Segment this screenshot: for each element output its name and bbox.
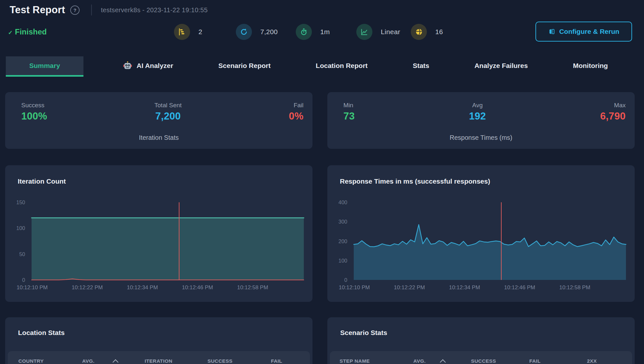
table-title: Location Stats: [18, 329, 65, 337]
tab-monitoring[interactable]: Monitoring: [567, 56, 613, 77]
stat-value: 6,790: [600, 110, 626, 122]
tab-label: Monitoring: [573, 62, 608, 70]
refresh-iterations-icon: [236, 24, 252, 40]
svg-text:10:12:34 PM: 10:12:34 PM: [127, 284, 158, 291]
iteration-stats-card: Success 100% Total Sent 7,200 Fail 0% It…: [5, 92, 312, 149]
stopwatch-duration-icon: [296, 24, 312, 40]
column-header-avg-ms[interactable]: AVG. (MS): [413, 358, 434, 364]
summary-cards-row: Success 100% Total Sent 7,200 Fail 0% It…: [5, 92, 635, 149]
topbar: Test Report ? testserverk8s - 2023-11-22…: [10, 3, 634, 17]
tab-label: Summary: [29, 62, 60, 70]
metric-value: 1m: [320, 28, 330, 36]
metric-scenarios: 2: [174, 24, 236, 40]
card-caption: Iteration Stats: [5, 134, 312, 141]
stat-fail: Fail 0%: [289, 102, 303, 122]
svg-text:150: 150: [16, 199, 25, 205]
metric-duration: 1m: [296, 24, 356, 40]
stat-value: 7,200: [154, 110, 182, 122]
tables-row: Location Stats COUNTRY AVG. (MS) ITERATI…: [5, 317, 635, 364]
tab-scenario-report[interactable]: Scenario Report: [213, 56, 276, 77]
column-header-avg-ms[interactable]: AVG. (MS): [82, 358, 103, 364]
test-metrics: 2 7,200 1m Linear: [174, 21, 443, 43]
tab-bar: Summary AI Analyzer Scenario Report Loca…: [6, 56, 614, 77]
metric-value: 7,200: [260, 28, 278, 36]
stat-value: 100%: [21, 110, 47, 122]
response-times-chart[interactable]: 010020030040010:12:10 PM10:12:22 PM10:12…: [327, 165, 635, 302]
svg-text:10:12:10 PM: 10:12:10 PM: [16, 284, 47, 291]
stat-value: 73: [343, 110, 355, 122]
configure-rerun-button[interactable]: Configure & Rerun: [535, 22, 632, 42]
gantt-scenarios-icon: [174, 24, 190, 40]
table-title: Scenario Stats: [340, 329, 387, 337]
stat-success: Success 100%: [21, 102, 47, 122]
metric-value: 16: [435, 28, 443, 36]
status-label: Finished: [15, 27, 47, 36]
column-header-fail[interactable]: FAIL: [529, 358, 541, 364]
line-chart-loadtype-icon: [356, 24, 372, 40]
iteration-count-chart-card: Iteration Count 05010015010:12:10 PM10:1…: [5, 165, 312, 302]
metric-locations: 16: [411, 24, 443, 40]
sort-asc-icon[interactable]: [112, 359, 118, 364]
tab-summary[interactable]: Summary: [6, 56, 83, 77]
svg-text:10:12:46 PM: 10:12:46 PM: [504, 284, 535, 291]
svg-text:50: 50: [19, 251, 25, 257]
stat-label: Success: [21, 102, 47, 109]
sort-asc-icon[interactable]: [440, 359, 446, 364]
svg-text:100: 100: [338, 258, 347, 263]
iteration-count-chart[interactable]: 05010015010:12:10 PM10:12:22 PM10:12:34 …: [5, 165, 312, 302]
tab-label: Scenario Report: [218, 62, 271, 70]
run-info: testserverk8s - 2023-11-22 19:10:55: [101, 6, 207, 14]
location-stats-table-header: COUNTRY AVG. (MS) ITERATION SUCCESS FAIL: [8, 351, 310, 364]
charts-row: Iteration Count 05010015010:12:10 PM10:1…: [5, 165, 635, 302]
stat-value: 0%: [289, 110, 303, 122]
column-header-country[interactable]: COUNTRY: [18, 358, 44, 364]
robot-icon: [123, 61, 132, 71]
configure-button-label: Configure & Rerun: [559, 28, 620, 35]
scenario-stats-card: Scenario Stats STEP NAME AVG. (MS) SUCCE…: [327, 317, 635, 364]
stat-avg: Avg 192: [469, 102, 486, 122]
response-times-chart-card: Response Times in ms (successful respons…: [327, 165, 635, 302]
column-header-step-name[interactable]: STEP NAME: [340, 358, 370, 364]
globe-locations-icon: [411, 24, 427, 40]
check-icon: ✓: [8, 29, 13, 36]
tab-location-report[interactable]: Location Report: [310, 56, 373, 77]
stat-label: Min: [343, 102, 355, 109]
metric-value: Linear: [381, 28, 400, 36]
stat-total-sent: Total Sent 7,200: [154, 102, 182, 122]
stat-label: Total Sent: [154, 102, 182, 109]
svg-text:10:12:10 PM: 10:12:10 PM: [339, 284, 370, 291]
svg-text:10:12:22 PM: 10:12:22 PM: [394, 284, 425, 291]
metric-load-type: Linear: [356, 24, 411, 40]
help-icon[interactable]: ?: [70, 5, 80, 15]
stat-min: Min 73: [343, 102, 355, 122]
column-header-fail[interactable]: FAIL: [271, 358, 282, 364]
tab-ai-analyzer[interactable]: AI Analyzer: [117, 56, 179, 77]
tab-label: AI Analyzer: [137, 62, 173, 70]
metric-iterations: 7,200: [236, 24, 296, 40]
svg-text:400: 400: [338, 199, 347, 205]
stat-max: Max 6,790: [600, 102, 626, 122]
svg-text:300: 300: [338, 219, 347, 225]
status-row: ✓ Finished 2 7,200 1m: [8, 21, 632, 43]
column-header-2xx[interactable]: 2XX: [587, 358, 597, 364]
svg-text:10:12:22 PM: 10:12:22 PM: [72, 284, 103, 291]
tab-analyze-failures[interactable]: Analyze Failures: [469, 56, 534, 77]
svg-text:10:12:58 PM: 10:12:58 PM: [237, 284, 268, 291]
svg-text:0: 0: [22, 277, 25, 283]
svg-text:0: 0: [344, 277, 347, 283]
column-header-iteration[interactable]: ITERATION: [145, 358, 172, 364]
tab-stats[interactable]: Stats: [407, 56, 435, 77]
stat-label: Max: [600, 102, 626, 109]
tab-label: Stats: [413, 62, 429, 70]
svg-text:100: 100: [16, 225, 25, 231]
column-header-success[interactable]: SUCCESS: [207, 358, 233, 364]
test-report-page: Test Report ? testserverk8s - 2023-11-22…: [0, 0, 644, 364]
configure-icon: [548, 28, 555, 35]
card-caption: Response Times (ms): [327, 134, 635, 141]
column-header-success[interactable]: SUCCESS: [471, 358, 496, 364]
page-title: Test Report: [10, 4, 65, 16]
svg-text:10:12:46 PM: 10:12:46 PM: [182, 284, 213, 291]
stat-label: Fail: [289, 102, 303, 109]
svg-text:200: 200: [338, 238, 347, 244]
location-stats-card: Location Stats COUNTRY AVG. (MS) ITERATI…: [5, 317, 312, 364]
